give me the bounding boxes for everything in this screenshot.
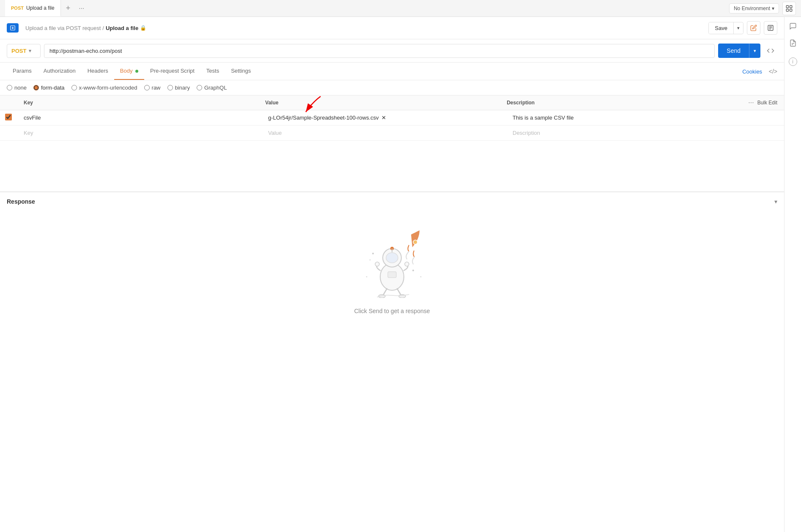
info-icon[interactable]: i: [789, 57, 797, 66]
tab-title: Upload a file: [26, 5, 55, 11]
code-icon[interactable]: [764, 44, 777, 57]
center-content: Upload a file via POST request / Upload …: [0, 17, 784, 532]
empty-key[interactable]: Key: [17, 125, 261, 140]
params-table-container: Key Value Description ··· Bulk Edit csvF…: [0, 95, 784, 141]
tab-authorization[interactable]: Authorization: [38, 63, 82, 80]
code-snippet-button[interactable]: </>: [769, 68, 777, 75]
svg-point-28: [366, 276, 368, 278]
request-tabs: Params Authorization Headers Body Pre-re…: [0, 63, 784, 80]
breadcrumb: Upload a file via POST request / Upload …: [25, 25, 705, 31]
tab-body[interactable]: Body: [114, 63, 144, 80]
table-header-actions: ··· Bulk Edit: [741, 99, 784, 106]
svg-rect-0: [786, 5, 788, 8]
tab-headers[interactable]: Headers: [82, 63, 114, 80]
svg-rect-3: [790, 9, 792, 11]
svg-rect-2: [786, 9, 788, 11]
description-header: Description: [500, 100, 741, 106]
send-dropdown-arrow[interactable]: ▾: [749, 44, 760, 57]
bulk-edit-button[interactable]: Bulk Edit: [757, 100, 777, 106]
file-path: g-LOr54jr/Sample-Spreadsheet-100-rows.cs…: [268, 115, 379, 121]
body-type-binary[interactable]: binary: [167, 85, 190, 91]
value-header: Value: [258, 100, 500, 106]
tab-method-label: POST: [11, 5, 24, 11]
save-label: Save: [709, 22, 734, 34]
svg-point-19: [405, 262, 409, 266]
breadcrumb-separator: /: [102, 25, 104, 31]
row-value-cell: g-LOr54jr/Sample-Spreadsheet-100-rows.cs…: [261, 110, 506, 125]
empty-description[interactable]: Description: [506, 125, 750, 140]
request-header: Upload a file via POST request / Upload …: [0, 17, 784, 39]
file-value: g-LOr54jr/Sample-Spreadsheet-100-rows.cs…: [268, 115, 499, 121]
more-tabs-button[interactable]: ···: [75, 5, 88, 12]
save-dropdown-arrow[interactable]: ▾: [734, 23, 743, 33]
body-type-row: none form-data x-www-form-urlencoded raw…: [0, 80, 784, 95]
row-key: csvFile: [17, 110, 261, 125]
key-header: Key: [17, 100, 258, 106]
collection-runner-icon[interactable]: [782, 2, 796, 15]
new-tab-button[interactable]: +: [61, 4, 76, 13]
body-type-urlencoded[interactable]: x-www-form-urlencoded: [71, 85, 137, 91]
empty-response-text: Click Send to get a response: [354, 308, 430, 314]
url-input[interactable]: [44, 44, 715, 58]
right-sidebar: i: [784, 17, 801, 532]
environment-label: No Environment: [734, 5, 770, 11]
method-dropdown[interactable]: POST ▾: [7, 44, 41, 58]
main-row: Upload a file via POST request / Upload …: [0, 17, 801, 532]
response-section: Response ▾: [0, 191, 784, 346]
url-bar: POST ▾ Send ▾: [0, 39, 784, 63]
comment-icon[interactable]: [787, 20, 799, 32]
description-button[interactable]: [764, 21, 777, 35]
body-type-graphql[interactable]: GraphQL: [197, 85, 227, 91]
bulk-edit-more-icon[interactable]: ···: [748, 99, 754, 106]
svg-rect-22: [388, 272, 396, 278]
empty-value[interactable]: Value: [261, 125, 506, 140]
breadcrumb-parent: Upload a file via POST request: [25, 25, 101, 31]
header-actions: Save ▾: [708, 21, 777, 35]
tab-settings[interactable]: Settings: [225, 63, 257, 80]
cookies-link[interactable]: Cookies: [742, 68, 762, 75]
table-row: csvFile: [0, 110, 784, 125]
method-label: POST: [11, 48, 26, 54]
tab-bar-right: No Environment ▾: [729, 2, 796, 15]
row-description: This is a sample CSV file: [506, 110, 750, 125]
svg-point-24: [372, 253, 374, 254]
save-button[interactable]: Save ▾: [708, 22, 743, 34]
tab-right-area: Cookies </>: [742, 68, 777, 75]
empty-response: Click Send to get a response: [7, 205, 777, 340]
svg-point-15: [386, 253, 398, 263]
svg-point-25: [370, 259, 371, 261]
svg-rect-1: [790, 5, 792, 8]
svg-point-23: [413, 240, 417, 244]
astronaut-illustration: [354, 222, 430, 299]
breadcrumb-current: Upload a file: [106, 25, 138, 31]
edit-button[interactable]: [747, 21, 760, 35]
environment-chevron: ▾: [772, 5, 774, 11]
empty-table-row: Key Value Description: [0, 125, 784, 141]
method-chevron: ▾: [29, 48, 31, 54]
body-type-none[interactable]: none: [7, 85, 27, 91]
body-type-raw[interactable]: raw: [144, 85, 161, 91]
send-label: Send: [718, 44, 749, 58]
doc-icon[interactable]: [787, 37, 799, 49]
request-type-badge: [7, 23, 19, 33]
svg-point-18: [375, 262, 379, 266]
send-button[interactable]: Send ▾: [718, 44, 760, 58]
active-tab[interactable]: POST Upload a file: [5, 0, 61, 16]
environment-selector[interactable]: No Environment ▾: [729, 3, 779, 14]
table-header: Key Value Description ··· Bulk Edit: [0, 95, 784, 110]
response-title: Response: [7, 198, 35, 205]
spacer: [0, 141, 784, 191]
svg-point-27: [420, 276, 422, 278]
file-remove-button[interactable]: ✕: [381, 115, 386, 121]
body-type-form-data[interactable]: form-data: [33, 85, 65, 91]
tab-tests[interactable]: Tests: [200, 63, 225, 80]
tab-bar: POST Upload a file + ··· No Environment …: [0, 0, 801, 17]
response-header[interactable]: Response ▾: [7, 198, 777, 205]
response-chevron: ▾: [774, 198, 777, 205]
row-checkbox-cell: [0, 114, 17, 122]
svg-point-26: [412, 270, 414, 271]
body-dot: [135, 70, 138, 73]
tab-params[interactable]: Params: [7, 63, 38, 80]
row-checkbox[interactable]: [5, 114, 12, 120]
tab-pre-request[interactable]: Pre-request Script: [144, 63, 200, 80]
